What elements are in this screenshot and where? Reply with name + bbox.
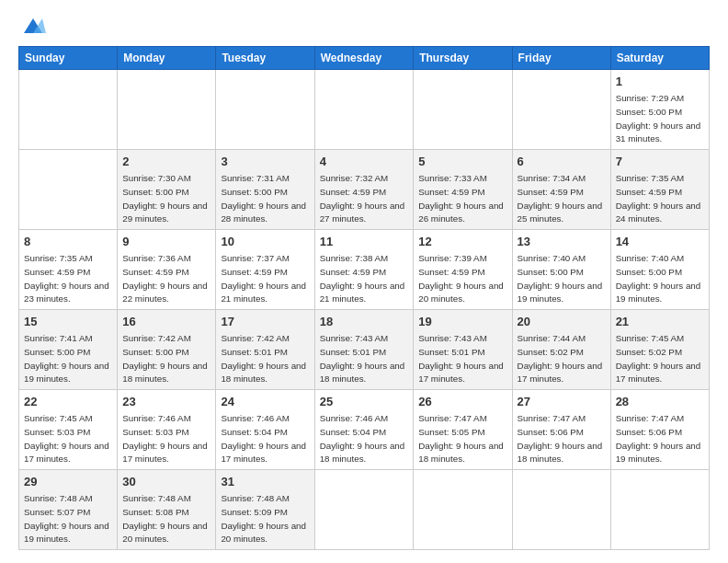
day-number: 11 — [320, 234, 409, 250]
calendar-day-header: Friday — [512, 47, 610, 70]
calendar-cell: 14 Sunrise: 7:40 AMSunset: 5:00 PMDaylig… — [610, 230, 709, 310]
day-number: 31 — [221, 474, 309, 490]
calendar-body: 1 Sunrise: 7:29 AMSunset: 5:00 PMDayligh… — [19, 70, 710, 550]
day-number: 17 — [221, 314, 309, 330]
day-info: Sunrise: 7:40 AMSunset: 5:00 PMDaylight:… — [616, 253, 701, 304]
calendar-cell: 25 Sunrise: 7:46 AMSunset: 5:04 PMDaylig… — [314, 390, 414, 470]
day-number: 21 — [616, 314, 704, 330]
day-number: 1 — [616, 74, 704, 90]
calendar-cell — [414, 70, 512, 150]
calendar-cell: 19 Sunrise: 7:43 AMSunset: 5:01 PMDaylig… — [414, 310, 512, 390]
calendar-cell: 16 Sunrise: 7:42 AMSunset: 5:00 PMDaylig… — [118, 310, 216, 390]
calendar-cell — [610, 470, 709, 550]
day-number: 25 — [320, 394, 409, 410]
day-info: Sunrise: 7:34 AMSunset: 4:59 PMDaylight:… — [518, 173, 603, 224]
day-info: Sunrise: 7:36 AMSunset: 4:59 PMDaylight:… — [122, 253, 208, 304]
day-number: 26 — [418, 394, 506, 410]
page: SundayMondayTuesdayWednesdayThursdayFrid… — [0, 0, 728, 563]
day-info: Sunrise: 7:33 AMSunset: 4:59 PMDaylight:… — [418, 173, 504, 224]
calendar-cell: 13 Sunrise: 7:40 AMSunset: 5:00 PMDaylig… — [512, 230, 610, 310]
day-info: Sunrise: 7:35 AMSunset: 4:59 PMDaylight:… — [24, 253, 109, 304]
calendar-cell — [314, 470, 414, 550]
day-info: Sunrise: 7:45 AMSunset: 5:02 PMDaylight:… — [616, 333, 701, 384]
calendar-cell: 6 Sunrise: 7:34 AMSunset: 4:59 PMDayligh… — [512, 150, 610, 230]
calendar-cell: 28 Sunrise: 7:47 AMSunset: 5:06 PMDaylig… — [610, 390, 709, 470]
day-info: Sunrise: 7:31 AMSunset: 5:00 PMDaylight:… — [221, 173, 306, 224]
calendar-cell: 11 Sunrise: 7:38 AMSunset: 4:59 PMDaylig… — [314, 230, 414, 310]
calendar-cell — [512, 470, 610, 550]
day-info: Sunrise: 7:40 AMSunset: 5:00 PMDaylight:… — [518, 253, 603, 304]
calendar-cell: 7 Sunrise: 7:35 AMSunset: 4:59 PMDayligh… — [610, 150, 709, 230]
day-number: 29 — [24, 474, 112, 490]
calendar-cell — [314, 70, 414, 150]
day-number: 18 — [320, 314, 409, 330]
day-info: Sunrise: 7:46 AMSunset: 5:04 PMDaylight:… — [320, 413, 405, 464]
calendar-day-header: Monday — [118, 47, 216, 70]
calendar-cell: 12 Sunrise: 7:39 AMSunset: 4:59 PMDaylig… — [414, 230, 512, 310]
calendar-cell: 22 Sunrise: 7:45 AMSunset: 5:03 PMDaylig… — [19, 390, 118, 470]
calendar-day-header: Tuesday — [216, 47, 314, 70]
day-info: Sunrise: 7:37 AMSunset: 4:59 PMDaylight:… — [221, 253, 306, 304]
day-number: 30 — [122, 474, 210, 490]
day-number: 10 — [221, 234, 309, 250]
calendar-cell: 27 Sunrise: 7:47 AMSunset: 5:06 PMDaylig… — [512, 390, 610, 470]
calendar-cell: 18 Sunrise: 7:43 AMSunset: 5:01 PMDaylig… — [314, 310, 414, 390]
calendar-cell: 9 Sunrise: 7:36 AMSunset: 4:59 PMDayligh… — [118, 230, 216, 310]
calendar-cell: 8 Sunrise: 7:35 AMSunset: 4:59 PMDayligh… — [19, 230, 118, 310]
day-info: Sunrise: 7:42 AMSunset: 5:01 PMDaylight:… — [221, 333, 306, 384]
calendar-cell: 31 Sunrise: 7:48 AMSunset: 5:09 PMDaylig… — [216, 470, 314, 550]
day-info: Sunrise: 7:43 AMSunset: 5:01 PMDaylight:… — [320, 333, 405, 384]
day-number: 19 — [418, 314, 506, 330]
calendar-day-header: Thursday — [414, 47, 512, 70]
calendar-cell: 29 Sunrise: 7:48 AMSunset: 5:07 PMDaylig… — [19, 470, 118, 550]
calendar-cell: 23 Sunrise: 7:46 AMSunset: 5:03 PMDaylig… — [118, 390, 216, 470]
logo-icon — [20, 17, 46, 37]
calendar-cell: 4 Sunrise: 7:32 AMSunset: 4:59 PMDayligh… — [314, 150, 414, 230]
day-number: 9 — [122, 234, 210, 250]
calendar-cell: 30 Sunrise: 7:48 AMSunset: 5:08 PMDaylig… — [118, 470, 216, 550]
calendar-day-header: Wednesday — [314, 47, 414, 70]
day-info: Sunrise: 7:47 AMSunset: 5:06 PMDaylight:… — [616, 413, 701, 464]
calendar-cell — [118, 70, 216, 150]
day-info: Sunrise: 7:48 AMSunset: 5:07 PMDaylight:… — [24, 493, 109, 544]
day-number: 14 — [616, 234, 704, 250]
calendar-cell: 10 Sunrise: 7:37 AMSunset: 4:59 PMDaylig… — [216, 230, 314, 310]
day-info: Sunrise: 7:41 AMSunset: 5:00 PMDaylight:… — [24, 333, 109, 384]
day-info: Sunrise: 7:42 AMSunset: 5:00 PMDaylight:… — [122, 333, 208, 384]
day-number: 2 — [122, 154, 210, 170]
day-number: 7 — [616, 154, 704, 170]
day-info: Sunrise: 7:48 AMSunset: 5:08 PMDaylight:… — [122, 493, 208, 544]
calendar-table: SundayMondayTuesdayWednesdayThursdayFrid… — [18, 46, 710, 550]
calendar-cell: 2 Sunrise: 7:30 AMSunset: 5:00 PMDayligh… — [118, 150, 216, 230]
day-info: Sunrise: 7:46 AMSunset: 5:04 PMDaylight:… — [221, 413, 306, 464]
calendar-cell — [414, 470, 512, 550]
calendar-cell: 3 Sunrise: 7:31 AMSunset: 5:00 PMDayligh… — [216, 150, 314, 230]
day-number: 24 — [221, 394, 309, 410]
day-info: Sunrise: 7:48 AMSunset: 5:09 PMDaylight:… — [221, 493, 306, 544]
day-info: Sunrise: 7:44 AMSunset: 5:02 PMDaylight:… — [518, 333, 603, 384]
day-info: Sunrise: 7:43 AMSunset: 5:01 PMDaylight:… — [418, 333, 504, 384]
day-info: Sunrise: 7:46 AMSunset: 5:03 PMDaylight:… — [122, 413, 208, 464]
calendar-day-header: Saturday — [610, 47, 709, 70]
day-info: Sunrise: 7:29 AMSunset: 5:00 PMDaylight:… — [616, 93, 701, 144]
day-number: 23 — [122, 394, 210, 410]
calendar-cell: 17 Sunrise: 7:42 AMSunset: 5:01 PMDaylig… — [216, 310, 314, 390]
day-number: 15 — [24, 314, 112, 330]
day-number: 12 — [418, 234, 506, 250]
day-info: Sunrise: 7:47 AMSunset: 5:05 PMDaylight:… — [418, 413, 504, 464]
calendar-cell — [19, 150, 118, 230]
calendar-cell: 1 Sunrise: 7:29 AMSunset: 5:00 PMDayligh… — [610, 70, 709, 150]
day-info: Sunrise: 7:38 AMSunset: 4:59 PMDaylight:… — [320, 253, 405, 304]
day-info: Sunrise: 7:45 AMSunset: 5:03 PMDaylight:… — [24, 413, 109, 464]
day-number: 3 — [221, 154, 309, 170]
day-number: 4 — [320, 154, 409, 170]
day-info: Sunrise: 7:47 AMSunset: 5:06 PMDaylight:… — [518, 413, 603, 464]
day-number: 13 — [518, 234, 606, 250]
day-number: 27 — [518, 394, 606, 410]
day-info: Sunrise: 7:30 AMSunset: 5:00 PMDaylight:… — [122, 173, 208, 224]
calendar-cell: 15 Sunrise: 7:41 AMSunset: 5:00 PMDaylig… — [19, 310, 118, 390]
calendar-day-header: Sunday — [19, 47, 118, 70]
day-number: 28 — [616, 394, 704, 410]
logo — [18, 17, 46, 37]
day-info: Sunrise: 7:35 AMSunset: 4:59 PMDaylight:… — [616, 173, 701, 224]
